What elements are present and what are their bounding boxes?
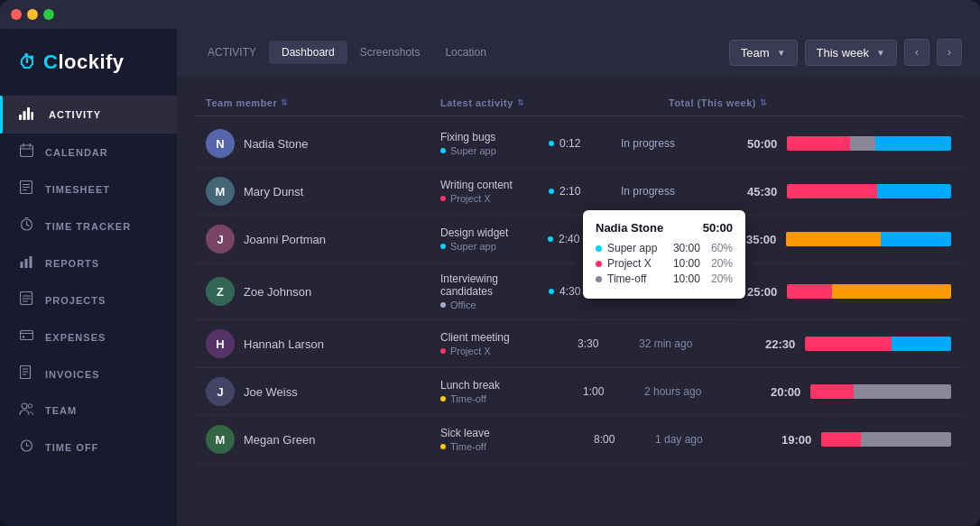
- total-time: 45:30: [747, 185, 783, 198]
- sidebar-item-time-tracker[interactable]: TIME TRACKER: [0, 208, 177, 245]
- sidebar-item-calendar-label: CALENDAR: [45, 147, 108, 158]
- member-cell: M Mary Dunst: [206, 177, 440, 206]
- tooltip-label-3: Time-off: [607, 272, 668, 285]
- svg-point-29: [22, 336, 23, 337]
- total-time: 22:30: [765, 337, 801, 351]
- total-time: 25:00: [747, 285, 783, 299]
- reports-icon: [18, 254, 34, 272]
- avatar: M: [206, 177, 235, 206]
- sidebar-item-timesheet-label: TIMESHEET: [45, 184, 110, 195]
- status-cell: In progress: [621, 137, 747, 150]
- member-cell: J Joanni Portman: [206, 225, 440, 254]
- bar-segment-2: [877, 184, 951, 198]
- bar-segment-2: [881, 232, 951, 246]
- tab-location[interactable]: Location: [432, 41, 498, 64]
- sidebar-item-expenses[interactable]: EXPENSES: [0, 318, 177, 355]
- total-bar-cell: 19:00: [781, 432, 951, 447]
- tooltip-row-3: Time-off 10:00 20%: [596, 272, 733, 285]
- activity-project: Office: [440, 300, 549, 310]
- prev-period-button[interactable]: ‹: [904, 39, 929, 66]
- member-cell: H Hannah Larson: [206, 329, 440, 358]
- svg-point-34: [22, 403, 27, 409]
- tooltip: Nadia Stone 50:00 Super app 30:00 60% Pr…: [583, 210, 745, 299]
- svg-rect-20: [20, 262, 23, 268]
- time-off-icon: [18, 438, 34, 456]
- time-bar: [821, 432, 951, 447]
- sidebar-item-activity-label: ACTIVITY: [49, 109, 101, 120]
- activity-project: Super app: [440, 241, 548, 252]
- activity-title: Writing content: [440, 179, 549, 191]
- table-row: M Mary Dunst Writing content Project X 2…: [195, 168, 962, 216]
- sidebar-item-team[interactable]: TEAM: [0, 392, 177, 429]
- bar-segment-2: [892, 337, 951, 351]
- project-dot: [440, 244, 446, 249]
- sidebar-item-calendar[interactable]: CALENDAR: [0, 134, 177, 171]
- activity-title: Fixing bugs: [440, 131, 549, 143]
- activity-project: Time-off: [440, 441, 583, 452]
- tab-dashboard[interactable]: Dashboard: [269, 41, 347, 64]
- sidebar-item-expenses-label: EXPENSES: [45, 332, 106, 343]
- col-bar: [795, 97, 951, 108]
- tab-screenshots[interactable]: Screenshots: [347, 41, 433, 64]
- project-dot: [440, 196, 446, 201]
- tooltip-label-2: Project X: [607, 257, 668, 270]
- sidebar-item-timesheet[interactable]: TIMESHEET: [0, 171, 177, 208]
- tooltip-pct-1: 60%: [711, 242, 733, 254]
- project-dot: [440, 148, 446, 153]
- close-button[interactable]: [11, 9, 22, 20]
- activity-title: Sick leave: [440, 427, 583, 439]
- sidebar-item-projects-label: PROJECTS: [45, 295, 106, 306]
- project-dot: [440, 348, 446, 354]
- time-indicator-dot: [549, 289, 554, 294]
- activity-title: Client meeting: [440, 331, 567, 344]
- tab-activity[interactable]: ACTIVITY: [195, 41, 269, 64]
- total-bar-cell: 35:00: [746, 232, 951, 246]
- bar-segment-1: [787, 184, 877, 198]
- minimize-button[interactable]: [27, 9, 38, 20]
- team-filter-dropdown[interactable]: Team ▼: [729, 40, 798, 66]
- team-dropdown-arrow: ▼: [777, 48, 786, 58]
- activity-cell: Client meeting Project X: [440, 331, 567, 356]
- svg-rect-27: [20, 331, 32, 340]
- sidebar-item-activity[interactable]: ACTIVITY: [0, 96, 177, 134]
- period-filter-dropdown[interactable]: This week ▼: [805, 40, 897, 66]
- avatar: J: [206, 225, 235, 254]
- sidebar-item-reports[interactable]: REPORTS: [0, 245, 177, 281]
- activity-cell: Writing content Project X: [440, 179, 549, 204]
- next-period-button[interactable]: ›: [937, 39, 962, 66]
- maximize-button[interactable]: [43, 9, 54, 20]
- member-cell: M Megan Green: [206, 425, 440, 454]
- member-cell: N Nadia Stone: [206, 129, 440, 158]
- svg-rect-7: [32, 112, 34, 120]
- total-bar-cell: 22:30: [765, 337, 951, 351]
- bar-segment-2: [861, 432, 951, 447]
- sidebar-item-reports-label: REPORTS: [45, 258, 99, 269]
- table-row: J Joanni Portman Design widget Super app…: [195, 216, 962, 263]
- sidebar-item-time-off[interactable]: TIME OFF: [0, 429, 177, 466]
- time-cell: 3:30: [567, 337, 639, 350]
- avatar: M: [206, 425, 235, 454]
- svg-point-35: [28, 404, 32, 408]
- timesheet-icon: [18, 180, 34, 198]
- time-indicator-dot: [549, 141, 554, 146]
- activity-title: Design widget: [440, 226, 548, 239]
- activity-title: Interviewing candidates: [440, 272, 549, 298]
- time-bar: [810, 384, 951, 399]
- avatar: H: [206, 329, 235, 358]
- tab-nav: ACTIVITY Dashboard Screenshots Location: [195, 41, 729, 64]
- activity-cell: Design widget Super app: [440, 226, 548, 252]
- tooltip-pct-3: 20%: [711, 272, 733, 285]
- member-name: Mary Dunst: [244, 185, 303, 198]
- status-cell: 1 day ago: [655, 433, 781, 446]
- total-time: 50:00: [747, 137, 783, 151]
- sidebar-item-projects[interactable]: PROJECTS: [0, 281, 177, 318]
- time-bar: [805, 337, 951, 351]
- sidebar-item-invoices[interactable]: INVOICES: [0, 355, 177, 392]
- total-time: 35:00: [746, 233, 782, 246]
- bar-segment-2: [850, 136, 875, 151]
- tooltip-time-3: 10:00: [673, 272, 700, 285]
- total-bar-cell: 50:00: [747, 136, 951, 151]
- activity-cell: Fixing bugs Super app: [440, 131, 549, 156]
- total-time: 20:00: [771, 385, 807, 399]
- activity-project: Project X: [440, 346, 567, 356]
